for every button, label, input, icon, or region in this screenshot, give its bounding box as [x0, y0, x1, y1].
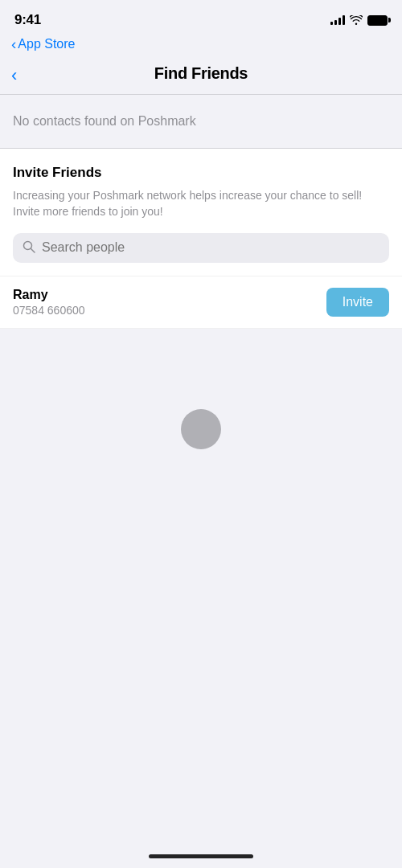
invite-section-title: Invite Friends: [13, 165, 389, 181]
home-indicator: [149, 854, 253, 858]
invite-friends-section: Invite Friends Increasing your Poshmark …: [0, 149, 402, 276]
contact-item-ramy: Ramy 07584 660600 Invite: [0, 276, 402, 329]
nav-back-bar: ‹ App Store: [0, 35, 402, 56]
status-icons: [330, 15, 388, 26]
contact-list: Ramy 07584 660600 Invite: [0, 276, 402, 329]
loading-area: [0, 329, 402, 530]
wifi-icon: [350, 15, 363, 25]
search-icon: [23, 240, 35, 256]
invite-section-description: Increasing your Poshmark network helps i…: [13, 187, 389, 220]
back-button[interactable]: ‹: [11, 65, 17, 86]
status-bar: 9:41: [0, 0, 402, 35]
contact-name: Ramy: [13, 288, 85, 302]
contact-info: Ramy 07584 660600: [13, 288, 85, 317]
app-store-back-label: App Store: [18, 37, 75, 51]
back-chevron-icon: ‹: [11, 36, 16, 51]
battery-icon: [367, 15, 388, 26]
app-store-back-button[interactable]: ‹ App Store: [11, 37, 75, 51]
loading-spinner: [181, 409, 221, 449]
invite-button[interactable]: Invite: [326, 288, 389, 317]
signal-icon: [330, 15, 345, 25]
no-contacts-text: No contacts found on Poshmark: [13, 114, 196, 128]
search-bar: [13, 233, 389, 263]
page-header: ‹ Find Friends: [0, 56, 402, 95]
contact-phone: 07584 660600: [13, 304, 85, 317]
no-contacts-section: No contacts found on Poshmark: [0, 95, 402, 149]
search-input[interactable]: [42, 240, 379, 255]
page-title: Find Friends: [154, 64, 248, 82]
status-time: 9:41: [14, 12, 41, 28]
svg-line-1: [31, 248, 35, 252]
back-icon: ‹: [11, 65, 17, 86]
